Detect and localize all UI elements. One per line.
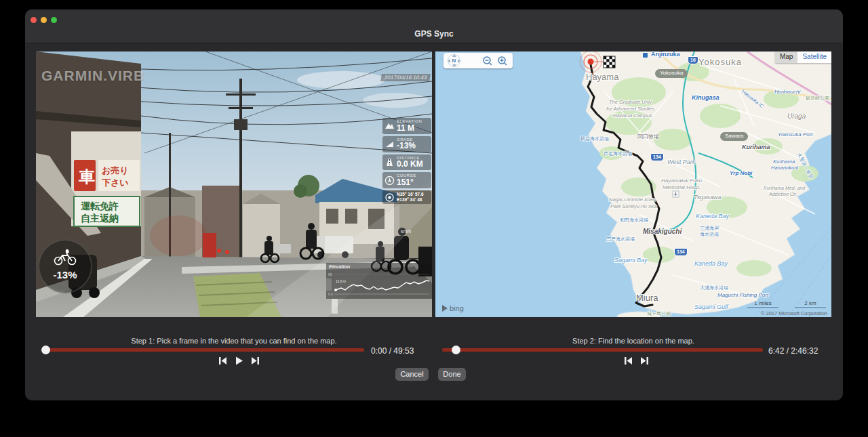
video-timestamp: 2017/04/16 10:43 [380,74,431,81]
gps-position-icon [384,192,395,203]
video-scrubber-thumb[interactable] [41,346,50,354]
elevation-sparkline [326,272,432,299]
play-button[interactable] [234,356,244,366]
map-label: Horinouchi [774,89,800,95]
map-label: Tsgasawa [694,194,721,201]
bing-logo: bing [442,304,464,312]
slope-icon [384,139,395,149]
satellite-view-button[interactable]: Satellite [797,51,831,63]
screen: GPS Sync [0,0,868,437]
map-label: Kurihama [742,144,770,150]
map-scrubber-thumb[interactable] [452,346,460,354]
bing-logo-icon [442,305,448,312]
map-label: 関口牧場 [637,133,659,140]
vending-machine [203,233,216,257]
map-label: 芦名海水浴場 [604,150,632,157]
route-16-badge: 16 [688,56,698,64]
pan-left-icon[interactable] [448,59,450,63]
pan-up-icon[interactable] [452,54,456,57]
sign-menkyo: 運転免許 [81,201,119,211]
map-label: Yrp Nobi [730,170,752,176]
video-transport-controls [218,356,260,366]
zoom-out-button[interactable] [482,56,493,66]
map-label: Hayamakai Fuku. [661,178,703,184]
course-gauge: COURSE 151° [382,172,431,188]
map-label: Yokosuka [698,57,742,67]
yokosuka-town-badge: Yokosuka [655,69,688,78]
sawara-town-badge: Sawara [720,132,748,141]
longitude-value: E139° 34' 48 [397,197,424,203]
gps-sync-window: GPS Sync [25,9,843,400]
compass-control[interactable]: N [448,54,460,67]
map-navigation-bar: N [443,53,513,68]
video-scrubber[interactable] [43,348,364,352]
cancel-button[interactable]: Cancel [395,368,429,381]
elevation-chart: Elevation 69 0.0 11.0 m [326,263,432,299]
latitude-value: N35° 16' 57.6 [397,192,424,197]
map-canvas[interactable]: Anjinzuka Yokosuka Hayama Horinouchi 観音崎… [435,51,831,317]
map-label: Kaneda Bay [694,260,728,267]
hospital-icon [673,191,679,197]
map-scrubber[interactable] [442,348,763,352]
map-label: Misakiguchi [643,228,682,235]
map-label: West Park [667,159,695,165]
map-view-button[interactable]: Map [775,51,797,63]
sign-henno: 自主返納 [81,213,119,224]
map-label: 三戸海水浴場 [606,236,635,243]
map-label: Anjinzuka [651,51,680,58]
titlebar: GPS Sync [25,9,843,43]
map-label: The Graduate Univ. [609,99,653,105]
close-button[interactable] [31,17,37,23]
sign-osuri: お売り [102,165,129,175]
grade-gauge: GRADE -13% [382,136,431,152]
mountain-icon [384,121,395,131]
grade-dial-value: -13% [39,269,91,280]
map-type-switcher: Map Satellite [775,51,831,63]
sign-kuruma: 車 [79,167,95,186]
utility-pole [239,79,242,262]
checkered-flag-marker[interactable] [604,56,615,68]
skip-forward-button[interactable] [250,356,260,366]
map-label: for Advanced Studies [606,106,654,112]
map-copyright: © 2017 Microsoft Corporation [761,310,827,316]
map-label: Miura [636,293,658,303]
map-label: Yokosuka Port [778,131,813,138]
zoom-in-button[interactable] [497,56,508,66]
map-label: Kinugasa [692,94,719,101]
minimize-button[interactable] [41,17,47,23]
map-label: Maguchi Fishing Port [717,292,768,298]
cyclist-icon [54,249,77,266]
pan-down-icon[interactable] [452,64,456,67]
map-time: 6:42 / 2:46:32 [768,346,818,356]
video-frame: 車 お売り 下さい 運転免許 自主返納 [36,51,432,317]
skip-back-button[interactable] [218,356,228,366]
video-time: 0:00 / 49:53 [371,346,414,356]
map-label: 海水浴場 [700,231,719,238]
map-label: 和田海水浴場 [620,217,648,224]
map-label: Park Soreiyu-no-oka [610,203,656,209]
map-label: 秋谷海水浴場 [580,136,609,142]
station-icon [643,53,648,58]
bing-logo-text: bing [450,304,464,312]
pan-right-icon[interactable] [458,59,460,63]
map-label: Addiction Ctr. [769,192,797,196]
gauge-overlay-column: ELEVATION 11 M GRADE -13% DISTANCE 0.0 K… [382,118,431,204]
speed-unit-label: km/h [401,229,411,234]
map-label: Kaneda Bay [696,213,729,220]
page-title: GPS Sync [25,29,843,39]
map-label: 観音崎公園 [806,95,829,102]
map-label: Sagami Bay [614,257,648,264]
garmin-virb-watermark: GARMIN.VIRB [41,68,144,84]
map-skip-back-button[interactable] [623,356,633,366]
route-134-badge: 134 [674,248,688,256]
zoom-window-button[interactable] [51,17,57,23]
map-label: Kurihama Med. and [764,186,805,190]
done-button[interactable]: Done [438,368,466,381]
map-label: Uraga [787,112,806,120]
map-label: Hananokuni [771,165,798,171]
map-skip-forward-button[interactable] [639,356,650,366]
map-transport-controls [623,356,650,366]
map-drawing [435,51,831,317]
step2-instruction: Step 2: Find the location on the map. [435,337,831,345]
map-label: Hayama Campus [613,112,652,119]
